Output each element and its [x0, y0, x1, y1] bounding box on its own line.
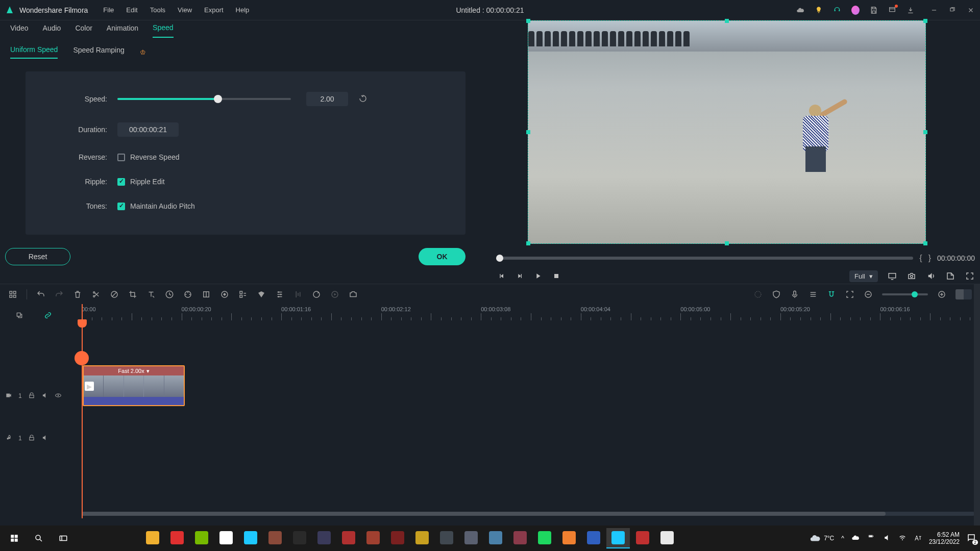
- taskbar-app[interactable]: [337, 528, 360, 548]
- layout-icon[interactable]: [8, 290, 17, 299]
- speed-icon[interactable]: [165, 290, 174, 299]
- taskbar-app[interactable]: [214, 528, 238, 548]
- taskview-button[interactable]: [53, 528, 74, 548]
- mute-icon[interactable]: [41, 434, 48, 443]
- mask-icon[interactable]: [257, 290, 266, 299]
- undo-icon[interactable]: [36, 290, 45, 299]
- zoom-out-icon[interactable]: [864, 290, 873, 299]
- taskbar-app[interactable]: [533, 528, 556, 548]
- shield-icon[interactable]: [772, 290, 781, 299]
- zoom-level-toggle[interactable]: [955, 289, 972, 299]
- fit-icon[interactable]: [845, 290, 854, 299]
- notification-icon[interactable]: [888, 6, 896, 14]
- speed-reset-icon[interactable]: [358, 94, 368, 105]
- tab-color[interactable]: Color: [75, 24, 92, 37]
- headset-icon[interactable]: [833, 6, 841, 14]
- taskbar-app[interactable]: [312, 528, 336, 548]
- visibility-icon[interactable]: [55, 392, 62, 400]
- reset-button[interactable]: Reset: [5, 248, 70, 265]
- delete-icon[interactable]: [73, 290, 82, 299]
- keyframe-icon[interactable]: [220, 290, 229, 299]
- stop-button[interactable]: [551, 271, 561, 281]
- speed-slider-thumb[interactable]: [214, 95, 222, 103]
- display-toggle-icon[interactable]: [887, 271, 897, 281]
- timeline-scrollbar[interactable]: [82, 512, 975, 516]
- weather-widget[interactable]: 7°C: [810, 533, 834, 544]
- tray-cloud-icon[interactable]: [851, 534, 860, 543]
- maximize-button[interactable]: [948, 6, 957, 14]
- taskbar-clock[interactable]: 6:52 AM 23/12/2022: [929, 531, 960, 546]
- zoom-in-icon[interactable]: [937, 290, 946, 299]
- playhead[interactable]: [82, 304, 83, 518]
- lock-icon[interactable]: [28, 392, 35, 400]
- volume-icon[interactable]: [926, 271, 936, 281]
- taskbar-app[interactable]: [557, 528, 581, 548]
- avatar-icon[interactable]: [851, 6, 860, 14]
- taskbar-app[interactable]: [288, 528, 311, 548]
- start-button[interactable]: [4, 528, 24, 548]
- audio-mixer-icon[interactable]: [293, 290, 303, 299]
- redo-icon[interactable]: [55, 290, 64, 299]
- timeline-ruler[interactable]: 00:0000:00:00:2000:00:01:1600:00:02:1200…: [0, 304, 980, 320]
- greenscreen-icon[interactable]: [202, 290, 211, 299]
- mark-in-button[interactable]: {: [919, 254, 922, 263]
- lock-icon[interactable]: [28, 434, 35, 443]
- tray-battery-icon[interactable]: [867, 535, 876, 542]
- save-icon[interactable]: [870, 6, 878, 14]
- taskbar-app[interactable]: [459, 528, 483, 548]
- timeline-vscrollbar[interactable]: [974, 284, 980, 525]
- adjust-icon[interactable]: [275, 290, 284, 299]
- resize-handle-tl[interactable]: [526, 19, 530, 23]
- subtab-speed-ramping[interactable]: Speed Ramping: [73, 46, 124, 58]
- tab-audio[interactable]: Audio: [43, 24, 61, 37]
- resize-handle-bl[interactable]: [526, 241, 530, 245]
- color-icon[interactable]: [183, 290, 192, 299]
- minimize-button[interactable]: [930, 6, 938, 14]
- mic-icon[interactable]: [790, 290, 799, 299]
- menu-tools[interactable]: Tools: [150, 6, 165, 14]
- tray-volume-icon[interactable]: [883, 534, 891, 543]
- motion-track-icon[interactable]: [330, 290, 339, 299]
- scrub-thumb[interactable]: [496, 255, 503, 262]
- speed-slider[interactable]: [117, 98, 291, 100]
- tab-speed[interactable]: Speed: [153, 23, 173, 38]
- play-button[interactable]: [533, 271, 543, 281]
- taskbar-app[interactable]: [190, 528, 213, 548]
- resize-handle-br[interactable]: [923, 241, 927, 245]
- menu-help[interactable]: Help: [236, 6, 250, 14]
- resize-handle-rc[interactable]: [923, 130, 927, 134]
- detach-audio-icon[interactable]: [238, 290, 248, 299]
- snapshot-icon[interactable]: [906, 271, 917, 281]
- menu-view[interactable]: View: [178, 6, 192, 14]
- tones-checkbox[interactable]: [117, 203, 125, 210]
- ripple-checkbox[interactable]: [117, 178, 125, 186]
- markers-icon[interactable]: [110, 290, 119, 299]
- taskbar-app[interactable]: [606, 528, 630, 548]
- lightbulb-icon[interactable]: [815, 6, 823, 14]
- tray-expand-icon[interactable]: ^: [841, 535, 844, 542]
- resize-handle-bc[interactable]: [725, 241, 729, 245]
- subtab-uniform-speed[interactable]: Uniform Speed: [10, 45, 58, 59]
- menu-export[interactable]: Export: [204, 6, 224, 14]
- mixer-icon[interactable]: [808, 290, 818, 299]
- scrub-track[interactable]: [496, 257, 913, 260]
- tab-animation[interactable]: Animation: [107, 24, 138, 37]
- resize-handle-tr[interactable]: [923, 19, 927, 23]
- cloud-icon[interactable]: [796, 6, 804, 14]
- download-icon[interactable]: [906, 6, 915, 14]
- tab-video[interactable]: Video: [10, 24, 29, 37]
- text-icon[interactable]: [146, 290, 156, 299]
- tray-language-icon[interactable]: [914, 534, 922, 543]
- taskbar-app[interactable]: [410, 528, 434, 548]
- notifications-button[interactable]: 2: [967, 533, 976, 544]
- fullscreen-icon[interactable]: [965, 271, 975, 281]
- taskbar-search-button[interactable]: [29, 528, 49, 548]
- resize-handle-tc[interactable]: [725, 19, 729, 23]
- taskbar-app[interactable]: [582, 528, 605, 548]
- taskbar-app[interactable]: [386, 528, 409, 548]
- step-back-button[interactable]: [496, 271, 506, 281]
- zoom-slider-thumb[interactable]: [912, 291, 918, 297]
- taskbar-app[interactable]: [361, 528, 385, 548]
- reverse-checkbox[interactable]: [117, 154, 125, 161]
- effects-icon[interactable]: [753, 290, 763, 299]
